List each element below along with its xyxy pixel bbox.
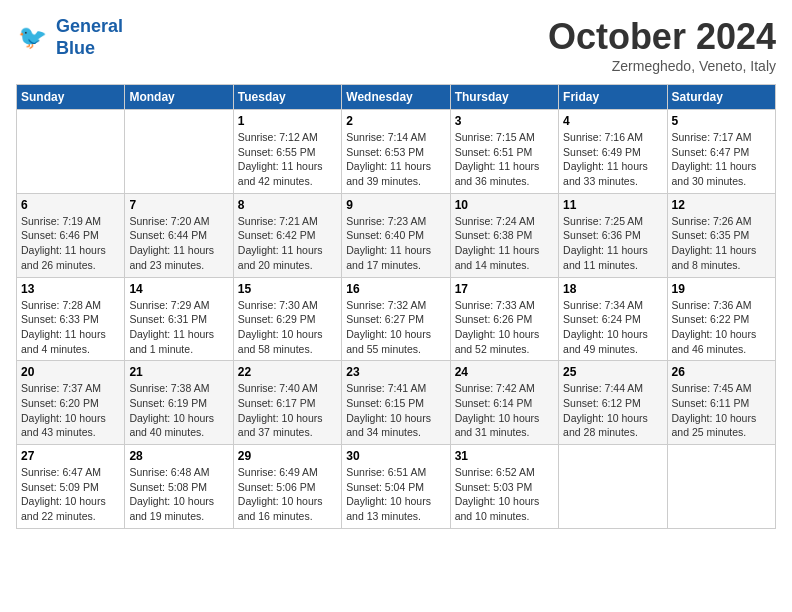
day-info: Sunrise: 7:12 AMSunset: 6:55 PMDaylight:… <box>238 130 337 189</box>
weekday-header: Wednesday <box>342 85 450 110</box>
day-number: 20 <box>21 365 120 379</box>
day-number: 3 <box>455 114 554 128</box>
weekday-header: Saturday <box>667 85 775 110</box>
calendar-cell: 21Sunrise: 7:38 AMSunset: 6:19 PMDayligh… <box>125 361 233 445</box>
calendar-cell: 30Sunrise: 6:51 AMSunset: 5:04 PMDayligh… <box>342 445 450 529</box>
day-number: 11 <box>563 198 662 212</box>
day-info: Sunrise: 7:16 AMSunset: 6:49 PMDaylight:… <box>563 130 662 189</box>
calendar-cell: 22Sunrise: 7:40 AMSunset: 6:17 PMDayligh… <box>233 361 341 445</box>
calendar-cell: 11Sunrise: 7:25 AMSunset: 6:36 PMDayligh… <box>559 193 667 277</box>
day-info: Sunrise: 7:19 AMSunset: 6:46 PMDaylight:… <box>21 214 120 273</box>
calendar-cell: 31Sunrise: 6:52 AMSunset: 5:03 PMDayligh… <box>450 445 558 529</box>
logo: 🐦 General Blue <box>16 16 123 59</box>
logo-line1: General <box>56 16 123 36</box>
day-number: 16 <box>346 282 445 296</box>
day-info: Sunrise: 7:15 AMSunset: 6:51 PMDaylight:… <box>455 130 554 189</box>
weekday-header: Thursday <box>450 85 558 110</box>
calendar-cell: 29Sunrise: 6:49 AMSunset: 5:06 PMDayligh… <box>233 445 341 529</box>
day-info: Sunrise: 7:42 AMSunset: 6:14 PMDaylight:… <box>455 381 554 440</box>
logo-line2: Blue <box>56 38 95 58</box>
day-info: Sunrise: 7:33 AMSunset: 6:26 PMDaylight:… <box>455 298 554 357</box>
day-info: Sunrise: 7:32 AMSunset: 6:27 PMDaylight:… <box>346 298 445 357</box>
day-info: Sunrise: 7:17 AMSunset: 6:47 PMDaylight:… <box>672 130 771 189</box>
day-info: Sunrise: 6:48 AMSunset: 5:08 PMDaylight:… <box>129 465 228 524</box>
day-number: 6 <box>21 198 120 212</box>
calendar-cell: 7Sunrise: 7:20 AMSunset: 6:44 PMDaylight… <box>125 193 233 277</box>
day-info: Sunrise: 7:40 AMSunset: 6:17 PMDaylight:… <box>238 381 337 440</box>
day-info: Sunrise: 7:24 AMSunset: 6:38 PMDaylight:… <box>455 214 554 273</box>
day-number: 29 <box>238 449 337 463</box>
logo-icon: 🐦 <box>16 20 52 56</box>
day-number: 31 <box>455 449 554 463</box>
calendar-cell: 28Sunrise: 6:48 AMSunset: 5:08 PMDayligh… <box>125 445 233 529</box>
calendar-cell: 23Sunrise: 7:41 AMSunset: 6:15 PMDayligh… <box>342 361 450 445</box>
day-number: 1 <box>238 114 337 128</box>
day-info: Sunrise: 6:51 AMSunset: 5:04 PMDaylight:… <box>346 465 445 524</box>
day-number: 7 <box>129 198 228 212</box>
day-info: Sunrise: 7:34 AMSunset: 6:24 PMDaylight:… <box>563 298 662 357</box>
calendar-cell <box>559 445 667 529</box>
day-info: Sunrise: 7:25 AMSunset: 6:36 PMDaylight:… <box>563 214 662 273</box>
calendar-cell: 16Sunrise: 7:32 AMSunset: 6:27 PMDayligh… <box>342 277 450 361</box>
page-header: 🐦 General Blue October 2024 Zermeghedo, … <box>16 16 776 74</box>
day-number: 19 <box>672 282 771 296</box>
calendar-cell: 10Sunrise: 7:24 AMSunset: 6:38 PMDayligh… <box>450 193 558 277</box>
title-section: October 2024 Zermeghedo, Veneto, Italy <box>548 16 776 74</box>
day-number: 21 <box>129 365 228 379</box>
calendar-table: SundayMondayTuesdayWednesdayThursdayFrid… <box>16 84 776 529</box>
day-number: 15 <box>238 282 337 296</box>
calendar-cell: 25Sunrise: 7:44 AMSunset: 6:12 PMDayligh… <box>559 361 667 445</box>
day-info: Sunrise: 7:38 AMSunset: 6:19 PMDaylight:… <box>129 381 228 440</box>
day-info: Sunrise: 7:41 AMSunset: 6:15 PMDaylight:… <box>346 381 445 440</box>
day-number: 26 <box>672 365 771 379</box>
calendar-cell: 18Sunrise: 7:34 AMSunset: 6:24 PMDayligh… <box>559 277 667 361</box>
logo-text: General Blue <box>56 16 123 59</box>
calendar-week-row: 13Sunrise: 7:28 AMSunset: 6:33 PMDayligh… <box>17 277 776 361</box>
day-info: Sunrise: 6:52 AMSunset: 5:03 PMDaylight:… <box>455 465 554 524</box>
day-info: Sunrise: 7:37 AMSunset: 6:20 PMDaylight:… <box>21 381 120 440</box>
day-number: 2 <box>346 114 445 128</box>
calendar-cell: 13Sunrise: 7:28 AMSunset: 6:33 PMDayligh… <box>17 277 125 361</box>
svg-text:🐦: 🐦 <box>18 23 48 51</box>
day-number: 27 <box>21 449 120 463</box>
day-number: 18 <box>563 282 662 296</box>
day-info: Sunrise: 7:28 AMSunset: 6:33 PMDaylight:… <box>21 298 120 357</box>
calendar-cell: 6Sunrise: 7:19 AMSunset: 6:46 PMDaylight… <box>17 193 125 277</box>
location: Zermeghedo, Veneto, Italy <box>548 58 776 74</box>
calendar-cell: 5Sunrise: 7:17 AMSunset: 6:47 PMDaylight… <box>667 110 775 194</box>
calendar-cell: 9Sunrise: 7:23 AMSunset: 6:40 PMDaylight… <box>342 193 450 277</box>
day-info: Sunrise: 6:47 AMSunset: 5:09 PMDaylight:… <box>21 465 120 524</box>
calendar-cell <box>125 110 233 194</box>
calendar-week-row: 1Sunrise: 7:12 AMSunset: 6:55 PMDaylight… <box>17 110 776 194</box>
calendar-week-row: 27Sunrise: 6:47 AMSunset: 5:09 PMDayligh… <box>17 445 776 529</box>
calendar-cell <box>17 110 125 194</box>
weekday-header: Tuesday <box>233 85 341 110</box>
calendar-cell <box>667 445 775 529</box>
month-title: October 2024 <box>548 16 776 58</box>
calendar-week-row: 6Sunrise: 7:19 AMSunset: 6:46 PMDaylight… <box>17 193 776 277</box>
day-number: 13 <box>21 282 120 296</box>
day-info: Sunrise: 7:23 AMSunset: 6:40 PMDaylight:… <box>346 214 445 273</box>
day-info: Sunrise: 6:49 AMSunset: 5:06 PMDaylight:… <box>238 465 337 524</box>
day-number: 30 <box>346 449 445 463</box>
day-info: Sunrise: 7:14 AMSunset: 6:53 PMDaylight:… <box>346 130 445 189</box>
day-number: 4 <box>563 114 662 128</box>
weekday-header: Friday <box>559 85 667 110</box>
day-number: 28 <box>129 449 228 463</box>
day-number: 17 <box>455 282 554 296</box>
calendar-cell: 15Sunrise: 7:30 AMSunset: 6:29 PMDayligh… <box>233 277 341 361</box>
day-number: 9 <box>346 198 445 212</box>
day-info: Sunrise: 7:29 AMSunset: 6:31 PMDaylight:… <box>129 298 228 357</box>
day-number: 14 <box>129 282 228 296</box>
calendar-cell: 8Sunrise: 7:21 AMSunset: 6:42 PMDaylight… <box>233 193 341 277</box>
day-number: 10 <box>455 198 554 212</box>
day-number: 22 <box>238 365 337 379</box>
calendar-cell: 12Sunrise: 7:26 AMSunset: 6:35 PMDayligh… <box>667 193 775 277</box>
day-number: 5 <box>672 114 771 128</box>
day-number: 25 <box>563 365 662 379</box>
day-info: Sunrise: 7:20 AMSunset: 6:44 PMDaylight:… <box>129 214 228 273</box>
calendar-cell: 14Sunrise: 7:29 AMSunset: 6:31 PMDayligh… <box>125 277 233 361</box>
calendar-cell: 17Sunrise: 7:33 AMSunset: 6:26 PMDayligh… <box>450 277 558 361</box>
day-info: Sunrise: 7:44 AMSunset: 6:12 PMDaylight:… <box>563 381 662 440</box>
calendar-cell: 3Sunrise: 7:15 AMSunset: 6:51 PMDaylight… <box>450 110 558 194</box>
